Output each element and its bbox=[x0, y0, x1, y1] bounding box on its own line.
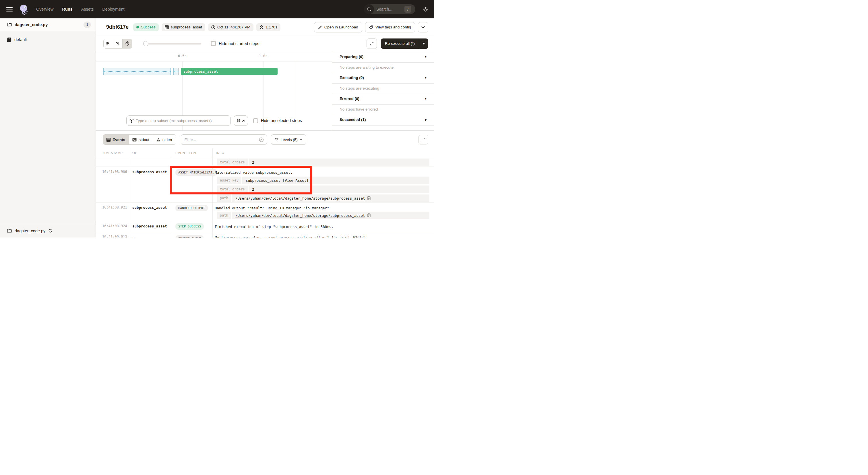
metadata-entry: total_orders 2 bbox=[217, 158, 429, 166]
hide-not-started-checkbox[interactable]: Hide not started steps bbox=[211, 41, 259, 46]
caret-up-icon bbox=[242, 120, 245, 122]
status-empty-text: No steps have errored bbox=[332, 105, 434, 114]
status-section-executing[interactable]: Executing (0) ▼ bbox=[332, 72, 434, 84]
graph-options-button[interactable] bbox=[234, 115, 248, 126]
funnel-icon bbox=[275, 138, 278, 142]
nav-links: Overview Runs Assets Deployment bbox=[36, 7, 125, 11]
asset-tag-chip[interactable]: subprocess_asset bbox=[162, 23, 205, 31]
clear-filter-icon[interactable] bbox=[259, 137, 264, 142]
metadata-entry: path /Users/yuhan/dev/local/dagster_home… bbox=[217, 212, 429, 219]
job-name: default bbox=[14, 37, 27, 42]
nav-link-overview[interactable]: Overview bbox=[36, 7, 53, 11]
event-row-engine-event[interactable]: 16:41:09.013 - ENGINE_EVENT Multiprocess… bbox=[96, 232, 434, 237]
nav-link-runs[interactable]: Runs bbox=[62, 7, 72, 11]
tab-stdout[interactable]: stdout bbox=[129, 135, 153, 144]
gantt-step-bar[interactable]: subprocess_asset bbox=[181, 68, 278, 75]
folder-icon bbox=[7, 229, 12, 233]
status-section-preparing[interactable]: Preparing (0) ▼ bbox=[332, 51, 434, 63]
event-info: Handled output "result" using IO manager… bbox=[215, 206, 329, 210]
hide-unselected-checkbox[interactable]: Hide unselected steps bbox=[253, 118, 302, 123]
gantt-fullscreen-button[interactable] bbox=[367, 38, 377, 49]
re-execute-all-button[interactable]: Re-execute all (*) bbox=[381, 38, 428, 49]
search-shortcut-key: / bbox=[404, 6, 411, 12]
event-op: - bbox=[132, 235, 135, 237]
col-header-info: INFO bbox=[216, 151, 224, 154]
re-execute-dropdown-caret[interactable] bbox=[419, 38, 428, 49]
caret-down-icon: ▼ bbox=[424, 76, 427, 79]
tab-events[interactable]: Events bbox=[103, 135, 129, 144]
footer-repo-name: dagster_code.py bbox=[14, 229, 45, 233]
event-timestamp: 16:41:08.924 bbox=[102, 224, 127, 228]
copy-icon[interactable] bbox=[367, 196, 371, 200]
event-op: subprocess_asset bbox=[132, 205, 167, 210]
view-flat-icon[interactable] bbox=[104, 39, 113, 48]
metadata-entry: total_orders 2 bbox=[217, 185, 429, 193]
nav-link-deployment[interactable]: Deployment bbox=[102, 7, 124, 11]
event-info: Finished execution of step "subprocess_a… bbox=[215, 225, 334, 229]
sidebar-item-default-job[interactable]: default bbox=[0, 34, 96, 45]
tag-icon bbox=[369, 25, 373, 29]
settings-gear-icon[interactable] bbox=[423, 7, 428, 12]
caret-down-icon: ▼ bbox=[424, 55, 427, 58]
slider-handle[interactable] bbox=[143, 41, 148, 46]
stopwatch-icon bbox=[259, 25, 264, 29]
gantt-waiting-segment bbox=[174, 68, 179, 75]
status-empty-text: No steps are waiting to execute bbox=[332, 63, 434, 72]
dagster-logo-icon[interactable] bbox=[19, 4, 29, 14]
run-header-more-button[interactable] bbox=[418, 22, 428, 32]
warning-icon bbox=[156, 138, 160, 142]
view-waterfall-icon[interactable] bbox=[113, 39, 123, 48]
open-in-launchpad-button[interactable]: Open in Launchpad bbox=[314, 22, 362, 32]
table-icon bbox=[106, 138, 111, 142]
event-row-asset-materialization[interactable]: 16:41:08.906 subprocess_asset ASSET_MATE… bbox=[96, 167, 434, 203]
chevron-down-icon bbox=[300, 139, 303, 141]
copy-icon[interactable] bbox=[367, 213, 371, 217]
step-subset-row: Hide unselected steps bbox=[126, 115, 302, 126]
nav-link-assets[interactable]: Assets bbox=[81, 7, 94, 11]
gantt-view-mode-group bbox=[103, 39, 132, 49]
layers-icon bbox=[237, 119, 241, 123]
event-timestamp: 16:41:09.013 bbox=[102, 235, 127, 237]
left-sidebar: dagster_code.py 1 default dagster_code.p bbox=[0, 19, 96, 237]
event-row-handled-output[interactable]: 16:41:08.921 subprocess_asset HANDLED_OU… bbox=[96, 203, 434, 221]
event-timestamp: 16:41:08.906 bbox=[102, 170, 127, 174]
gantt-chart: 0.5s 1.0s subprocess_asset bbox=[96, 51, 332, 130]
caret-right-icon: ▶ bbox=[425, 118, 427, 121]
events-table-header: TIMESTAMP OP EVENT TYPE INFO bbox=[96, 148, 434, 158]
tab-stderr[interactable]: stderr bbox=[153, 135, 176, 144]
checkbox-icon[interactable] bbox=[211, 41, 216, 46]
job-icon bbox=[7, 37, 11, 42]
terminal-icon bbox=[132, 138, 136, 142]
pencil-icon bbox=[318, 25, 322, 29]
col-header-event-type: EVENT TYPE bbox=[175, 151, 197, 154]
asset-grid-icon bbox=[165, 25, 169, 29]
col-header-op: OP bbox=[132, 151, 137, 154]
sidebar-repo-header[interactable]: dagster_code.py 1 bbox=[0, 19, 96, 31]
global-search[interactable]: / bbox=[364, 4, 415, 14]
status-section-succeeded[interactable]: Succeeded (1) ▶ bbox=[332, 114, 434, 125]
clock-icon bbox=[211, 25, 215, 29]
storage-path-link[interactable]: /Users/yuhan/dev/local/dagster_home/stor… bbox=[236, 213, 365, 218]
event-row[interactable]: total_orders 2 bbox=[96, 158, 434, 167]
status-empty-text: No steps are executing bbox=[332, 84, 434, 93]
gantt-time-axis: 0.5s 1.0s bbox=[96, 51, 332, 61]
view-asset-link[interactable]: [View Asset] bbox=[282, 178, 308, 183]
storage-path-link[interactable]: /Users/yuhan/dev/local/dagster_home/stor… bbox=[236, 196, 365, 201]
view-timed-icon[interactable] bbox=[123, 39, 132, 48]
log-filter-input[interactable] bbox=[185, 138, 259, 142]
gantt-zoom-slider[interactable] bbox=[143, 41, 201, 46]
step-subset-input[interactable] bbox=[136, 119, 228, 123]
view-tags-config-button[interactable]: View tags and config bbox=[365, 22, 415, 32]
reload-icon[interactable] bbox=[48, 229, 53, 233]
repo-name: dagster_code.py bbox=[14, 22, 48, 27]
run-header: 9dbf617e Success subprocess_asset Oct 11… bbox=[96, 19, 434, 36]
status-section-errored[interactable]: Errored (0) ▼ bbox=[332, 93, 434, 105]
event-type-badge: ENGINE_EVENT bbox=[175, 235, 204, 237]
logs-fullscreen-button[interactable] bbox=[418, 135, 428, 144]
checkbox-icon[interactable] bbox=[253, 118, 258, 123]
event-row-step-success[interactable]: 16:41:08.924 subprocess_asset STEP_SUCCE… bbox=[96, 221, 434, 232]
levels-filter-button[interactable]: Levels (5) bbox=[271, 135, 306, 145]
search-input[interactable] bbox=[376, 7, 403, 11]
menu-icon[interactable] bbox=[6, 7, 12, 11]
axis-tick: 1.0s bbox=[259, 54, 268, 58]
